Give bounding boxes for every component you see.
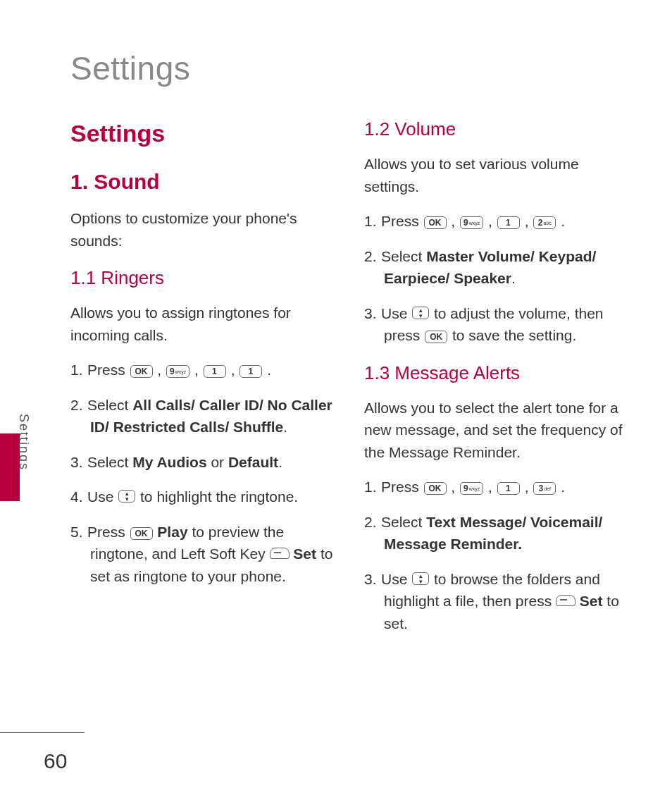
volume-step-3: 3.Use ▴▾ to adjust the volume, then pres… [364,302,630,347]
two-key-icon: 2abc [533,216,556,229]
step-number: 1. [364,210,381,233]
step-bold: Play [157,524,187,540]
step-text: Press [381,479,423,495]
nav-key-icon: ▴▾ [412,307,429,319]
nav-key-icon: ▴▾ [412,572,429,585]
ringers-step-1: 1.Press OK , 9wxyz , 1 , 1 . [70,359,336,381]
step-text: Select [87,454,132,470]
step-text: Use [381,571,411,587]
ok-key-icon: OK [130,527,153,540]
page-number: 60 [44,749,67,773]
content-columns: Settings 1. Sound Options to customize y… [70,116,630,647]
step-text: to highlight the ringtone. [140,488,298,505]
alerts-step-3: 3.Use ▴▾ to browse the folders and highl… [364,568,630,635]
manual-page: Settings Settings 1. Sound Options to cu… [0,0,672,807]
step-text: Press [381,213,423,229]
step-text: Select [87,397,132,413]
sound-intro: Options to customize your phone's sounds… [70,207,336,252]
right-column: 1.2 Volume Allows you to set various vol… [364,116,630,647]
volume-step-2: 2.Select Master Volume/ Keypad/ Earpiece… [364,245,630,290]
ringers-intro: Allows you to assign ringtones for incom… [70,302,336,346]
left-column: Settings 1. Sound Options to customize y… [70,116,336,647]
heading-volume: 1.2 Volume [364,116,630,143]
ok-key-icon: OK [425,331,447,343]
step-number: 4. [70,486,87,508]
page-title: Settings [70,49,630,87]
step-number: 2. [70,394,87,417]
left-softkey-icon [556,595,575,606]
step-text: to save the setting. [448,327,576,343]
heading-sound: 1. Sound [70,166,336,197]
step-bold: Set [293,546,316,562]
footer-rule [0,732,85,733]
step-bold: Set [580,593,603,609]
volume-intro: Allows you to set various volume setting… [364,153,630,197]
step-text: or [207,454,228,470]
one-key-icon: 1 [497,216,520,229]
three-key-icon: 3def [533,482,556,495]
step-text: Select [381,514,426,530]
left-softkey-icon [270,548,290,559]
step-text: Press [87,524,130,540]
step-text: . [283,419,287,435]
alerts-intro: Allows you to select the alert tone for … [364,397,630,464]
nine-key-icon: 9wxyz [166,365,189,378]
alerts-step-1: 1.Press OK , 9wxyz , 1 , 3def . [364,476,630,498]
heading-message-alerts: 1.3 Message Alerts [364,359,630,387]
side-tab-bar [0,433,20,501]
step-text: Use [381,305,411,321]
step-text: Select [381,248,426,264]
ok-key-icon: OK [424,216,447,229]
ringers-step-2: 2.Select All Calls/ Caller ID/ No Caller… [70,394,336,438]
ok-key-icon: OK [130,365,153,378]
ok-key-icon: OK [424,482,447,495]
step-number: 5. [70,521,87,543]
alerts-step-2: 2.Select Text Message/ Voicemail/ Messag… [364,511,630,555]
step-text: . [511,270,516,286]
step-bold: My Audios [132,454,206,470]
one-key-icon: 1 [497,482,520,495]
step-bold: Default [228,454,278,470]
volume-step-1: 1.Press OK , 9wxyz , 1 , 2abc . [364,210,630,233]
nine-key-icon: 9wxyz [460,482,483,495]
step-text: Use [87,488,118,505]
ringers-step-4: 4.Use ▴▾ to highlight the ringtone. [70,486,336,508]
nine-key-icon: 9wxyz [460,216,483,229]
step-number: 3. [364,568,381,591]
side-tab: Settings [0,433,45,503]
step-number: 3. [364,302,381,325]
step-number: 3. [70,451,87,474]
step-number: 2. [364,511,381,534]
ringers-step-5: 5.Press OK Play to preview the ringtone,… [70,521,336,588]
one-key-icon: 1 [204,365,226,378]
step-text: . [278,454,282,470]
one-key-icon: 1 [239,365,262,378]
heading-settings: Settings [70,116,336,152]
step-number: 1. [364,476,381,498]
step-number: 1. [70,359,87,381]
step-text: Press [87,362,130,378]
ringers-step-3: 3.Select My Audios or Default. [70,451,336,474]
nav-key-icon: ▴▾ [118,490,135,503]
step-number: 2. [364,245,381,268]
heading-ringers: 1.1 Ringers [70,264,336,292]
